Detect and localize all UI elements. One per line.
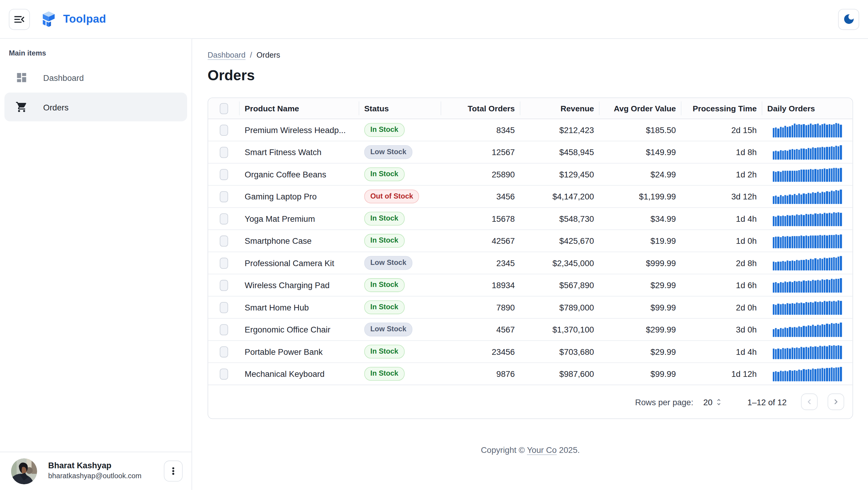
row-checkbox[interactable] <box>220 147 228 158</box>
revenue-cell: $567,890 <box>521 274 600 296</box>
spark-bar <box>840 125 842 137</box>
column-header-status[interactable]: Status <box>359 98 441 119</box>
table-row[interactable]: Ergonomic Office ChairLow Stock4567$1,37… <box>208 319 852 341</box>
table-row[interactable]: Smart Fitness WatchLow Stock12567$458,94… <box>208 141 852 163</box>
table-row[interactable]: Smartphone CaseIn Stock42567$425,670$19.… <box>208 230 852 252</box>
select-all-checkbox[interactable] <box>220 103 228 114</box>
product-name-cell: Professional Camera Kit <box>240 252 359 274</box>
collapse-menu-button[interactable] <box>9 8 30 30</box>
spark-bar <box>798 281 800 292</box>
spark-bar <box>805 214 807 226</box>
spark-bar <box>794 123 795 137</box>
spark-bar <box>831 213 832 226</box>
daily-orders-cell <box>762 141 852 163</box>
spark-bar <box>833 147 835 159</box>
spark-bar <box>819 235 821 248</box>
spark-bar <box>773 237 775 248</box>
spark-bar <box>822 192 824 204</box>
brand[interactable]: Toolpad <box>41 10 106 28</box>
table-row[interactable]: Organic Coffee BeansIn Stock25890$129,45… <box>208 164 852 185</box>
row-checkbox[interactable] <box>220 235 228 247</box>
column-header-total-orders[interactable]: Total Orders <box>441 98 521 119</box>
row-checkbox[interactable] <box>220 213 228 224</box>
spark-bar <box>784 171 786 182</box>
spark-bar <box>786 261 788 270</box>
table-row[interactable]: Professional Camera KitLow Stock2345$2,3… <box>208 252 852 274</box>
spark-bar <box>807 369 809 381</box>
row-checkbox-cell <box>208 341 240 363</box>
spark-bar <box>777 171 779 181</box>
table-row[interactable]: Gaming Laptop ProOut of Stock3456$4,147,… <box>208 185 852 208</box>
spark-bar <box>789 304 791 314</box>
table-row[interactable]: Yoga Mat PremiumIn Stock15678$548,730$34… <box>208 208 852 230</box>
status-cell: In Stock <box>359 208 441 230</box>
table-row[interactable]: Premium Wireless Headp...In Stock8345$21… <box>208 119 852 141</box>
spark-bar <box>801 281 802 292</box>
row-checkbox[interactable] <box>220 368 228 380</box>
spark-bar <box>798 194 800 204</box>
status-badge: Out of Stock <box>364 190 419 203</box>
column-header-daily-orders[interactable]: Daily Orders <box>762 98 852 119</box>
sidebar-item-dashboard[interactable]: Dashboard <box>4 65 187 90</box>
column-header-revenue[interactable]: Revenue <box>521 98 600 119</box>
row-checkbox[interactable] <box>220 280 228 291</box>
row-checkbox[interactable] <box>220 124 228 136</box>
spark-bar <box>815 169 816 181</box>
spark-bar <box>773 128 775 137</box>
spark-bar <box>782 261 784 270</box>
rows-per-page-label: Rows per page: <box>635 397 693 406</box>
spark-bar <box>824 368 826 381</box>
row-checkbox[interactable] <box>220 302 228 313</box>
row-checkbox[interactable] <box>220 257 228 268</box>
row-checkbox[interactable] <box>220 324 228 335</box>
spark-bar <box>773 262 775 270</box>
product-name: Organic Coffee Beans <box>245 170 327 179</box>
spark-bar <box>784 195 786 204</box>
total-orders-cell: 7890 <box>441 296 521 318</box>
spark-bar <box>822 124 824 137</box>
table-row[interactable]: Smart Home HubIn Stock7890$789,000$99.99… <box>208 296 852 319</box>
spark-bar <box>803 303 805 314</box>
rows-per-page-select[interactable]: 20 <box>703 397 723 406</box>
company-link[interactable]: Your Co <box>527 445 557 454</box>
spark-bar <box>817 123 818 137</box>
product-name: Smart Home Hub <box>245 302 309 312</box>
spark-bar <box>773 304 775 314</box>
spark-bar <box>777 196 779 204</box>
spark-bar <box>817 368 818 381</box>
table-row[interactable]: Wireless Charging PadIn Stock18934$567,8… <box>208 274 852 296</box>
select-all-header-cell[interactable] <box>208 98 240 119</box>
column-header-processing-time[interactable]: Processing Time <box>681 98 762 119</box>
column-header-avg-order-value[interactable]: Avg Order Value <box>599 98 681 119</box>
spark-bar <box>838 279 839 292</box>
spark-bar <box>792 149 793 159</box>
next-page-button[interactable] <box>828 394 844 410</box>
spark-bar <box>798 236 800 248</box>
row-checkbox[interactable] <box>220 169 228 180</box>
avatar[interactable] <box>11 458 37 484</box>
previous-page-button[interactable] <box>801 394 818 410</box>
status-cell: In Stock <box>359 296 441 318</box>
spark-bar <box>801 149 802 159</box>
spark-bar <box>805 125 807 137</box>
row-checkbox[interactable] <box>220 346 228 357</box>
spark-bar <box>824 301 826 315</box>
user-menu-button[interactable] <box>164 460 183 482</box>
column-header-product-name[interactable]: Product Name <box>240 98 359 119</box>
table-row[interactable]: Portable Power BankIn Stock23456$703,680… <box>208 341 852 363</box>
spark-bar <box>826 213 828 226</box>
daily-orders-sparkline <box>762 300 842 315</box>
breadcrumb-dashboard-link[interactable]: Dashboard <box>208 50 246 59</box>
spark-bar <box>794 236 795 248</box>
breadcrumb: Dashboard / Orders <box>208 50 853 59</box>
spark-bar <box>831 125 832 137</box>
spark-bar <box>833 257 835 270</box>
table-row[interactable]: Mechanical KeyboardIn Stock9876$987,600$… <box>208 363 852 385</box>
sidebar-item-orders[interactable]: Orders <box>4 93 187 122</box>
theme-toggle-button[interactable] <box>838 8 859 30</box>
spark-bar <box>794 348 795 359</box>
row-checkbox-cell <box>208 296 240 318</box>
spark-bar <box>824 124 826 137</box>
row-checkbox[interactable] <box>220 191 228 202</box>
spark-bar <box>803 326 805 337</box>
